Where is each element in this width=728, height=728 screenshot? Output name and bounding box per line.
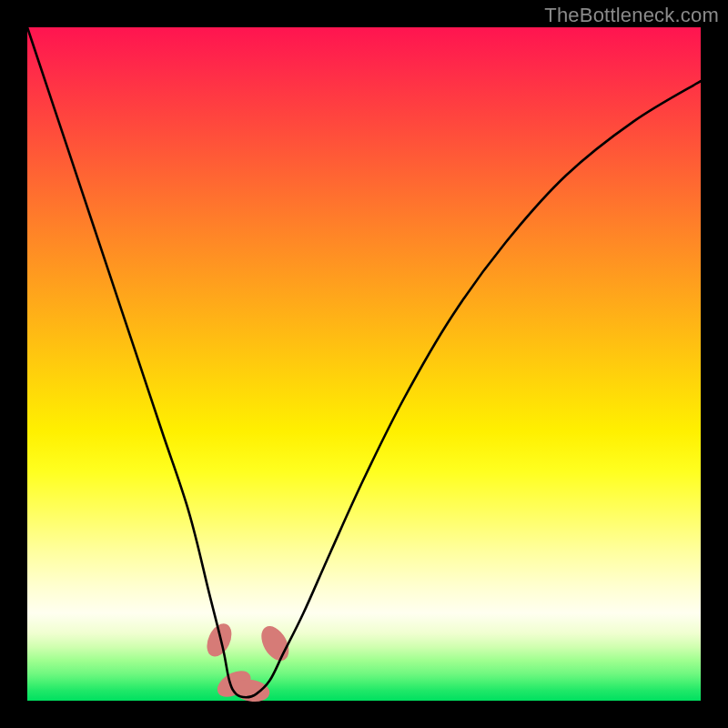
marker-group [202, 620, 295, 704]
chart-frame: TheBottleneck.com [0, 0, 728, 728]
plot-area [27, 27, 701, 701]
watermark-text: TheBottleneck.com [544, 4, 719, 27]
curve-marker [202, 620, 237, 661]
curve-layer [27, 27, 701, 701]
bottleneck-curve [27, 27, 701, 697]
